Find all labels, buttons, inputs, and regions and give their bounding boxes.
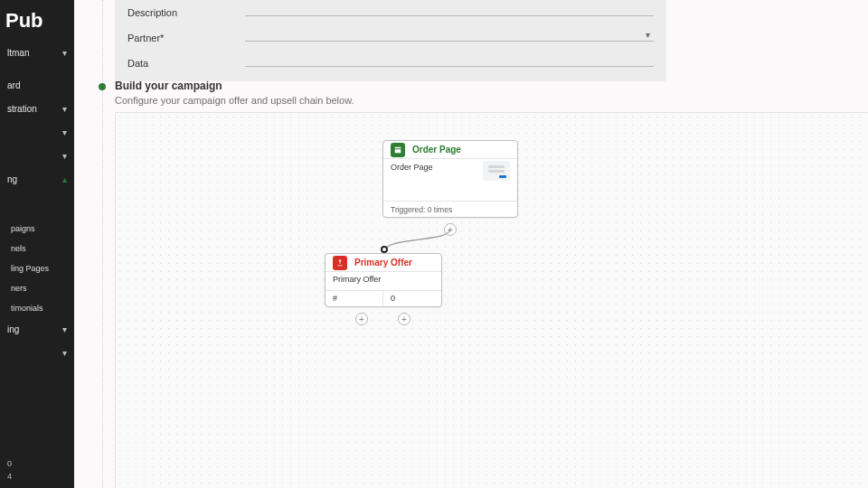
plus-icon: + bbox=[359, 314, 364, 324]
sidebar-trail-0[interactable]: ing ▾ bbox=[0, 318, 74, 342]
form-label: Description bbox=[127, 7, 245, 18]
node-header: Primary Offer bbox=[326, 254, 441, 272]
footer-line-0: 0 bbox=[7, 457, 12, 470]
node-header-label: Order Page bbox=[412, 145, 461, 155]
timeline-line bbox=[102, 0, 103, 488]
page-thumbnail-icon bbox=[483, 161, 510, 181]
sidebar-sub-partners[interactable]: ners bbox=[0, 278, 74, 298]
sidebar-sub-testimonials[interactable]: timonials bbox=[0, 298, 74, 318]
chevron-down-icon: ▾ bbox=[62, 103, 67, 116]
form-label: Data bbox=[127, 58, 245, 69]
sidebar-item-1[interactable]: stration ▾ bbox=[0, 98, 74, 121]
sidebar-sub-funnels[interactable]: nels bbox=[0, 239, 74, 258]
plus-icon: + bbox=[401, 314, 407, 324]
chevron-down-icon: ▾ bbox=[62, 150, 67, 163]
connector-endpoint-icon[interactable] bbox=[381, 246, 388, 253]
footer-line-1: 4 bbox=[7, 470, 12, 483]
page-icon bbox=[391, 143, 405, 157]
node-hash-label: # bbox=[326, 291, 383, 305]
node-footer-label: Triggered: 0 times bbox=[391, 205, 452, 214]
add-node-button[interactable]: + bbox=[444, 223, 457, 236]
sidebar-sub-landing-pages[interactable]: ling Pages bbox=[0, 258, 74, 278]
form-row-data: Data bbox=[115, 51, 666, 76]
form-row-partner: Partner* ▾ bbox=[115, 25, 666, 51]
sidebar-item-2[interactable]: ▾ bbox=[0, 121, 74, 145]
dropdown-caret-icon: ▾ bbox=[646, 30, 650, 40]
chevron-down-icon: ▾ bbox=[62, 127, 67, 139]
chevron-down-icon: ▾ bbox=[62, 47, 67, 60]
sidebar-item-marketing[interactable]: ng ▴ bbox=[0, 168, 74, 192]
flow-canvas[interactable]: Order Page Order Page Triggered: 0 times… bbox=[115, 112, 868, 488]
sidebar: Pub ltman ▾ ard stration ▾ ▾ ▾ ng ▴ paig… bbox=[0, 0, 74, 488]
form-panel: Description Partner* ▾ Data bbox=[115, 0, 666, 81]
section-header: Build your campaign Configure your campa… bbox=[115, 80, 354, 106]
sidebar-item-label: ard bbox=[7, 80, 20, 90]
app-brand: Pub bbox=[0, 0, 74, 42]
sidebar-item-label: ng bbox=[7, 174, 17, 184]
form-label: Partner* bbox=[127, 33, 245, 43]
partner-select[interactable]: ▾ bbox=[245, 41, 654, 42]
section-title: Build your campaign bbox=[115, 80, 354, 92]
description-input[interactable] bbox=[245, 15, 654, 16]
node-header-label: Primary Offer bbox=[354, 258, 412, 267]
add-left-branch-button[interactable]: + bbox=[355, 313, 368, 325]
sidebar-item-label: stration bbox=[7, 104, 37, 114]
step-indicator-icon bbox=[99, 83, 106, 90]
primary-offer-node[interactable]: Primary Offer Primary Offer # 0 bbox=[325, 253, 442, 307]
offer-icon bbox=[333, 256, 347, 270]
sidebar-footer: 0 4 bbox=[7, 457, 12, 483]
node-footer: Triggered: 0 times bbox=[383, 201, 517, 217]
sidebar-sub-campaigns[interactable]: paigns bbox=[0, 219, 74, 239]
chevron-up-icon: ▴ bbox=[62, 174, 67, 186]
plus-icon: + bbox=[448, 225, 453, 235]
sidebar-user-label: ltman bbox=[7, 48, 29, 58]
main-content: Description Partner* ▾ Data Build your c… bbox=[74, 0, 868, 488]
node-body-label: Primary Offer bbox=[333, 275, 381, 284]
add-right-branch-button[interactable]: + bbox=[398, 313, 410, 325]
order-page-node[interactable]: Order Page Order Page Triggered: 0 times bbox=[382, 140, 518, 218]
chevron-down-icon: ▾ bbox=[62, 324, 67, 336]
sidebar-item-3[interactable]: ▾ bbox=[0, 145, 74, 168]
node-count-label: 0 bbox=[383, 291, 441, 305]
node-stats-row: # 0 bbox=[326, 290, 441, 305]
sidebar-item-0[interactable]: ard bbox=[0, 74, 74, 98]
chevron-down-icon: ▾ bbox=[62, 347, 67, 360]
sidebar-trail-1[interactable]: ▾ bbox=[0, 342, 74, 365]
node-body: Primary Offer bbox=[326, 272, 441, 290]
data-input[interactable] bbox=[245, 66, 654, 67]
section-subtitle: Configure your campaign offer and upsell… bbox=[115, 95, 354, 106]
form-row-description: Description bbox=[115, 0, 666, 25]
sidebar-user[interactable]: ltman ▾ bbox=[0, 42, 74, 65]
node-body: Order Page bbox=[383, 159, 517, 201]
sidebar-item-label: ing bbox=[7, 324, 19, 334]
node-body-label: Order Page bbox=[391, 163, 433, 172]
node-header: Order Page bbox=[383, 141, 517, 159]
